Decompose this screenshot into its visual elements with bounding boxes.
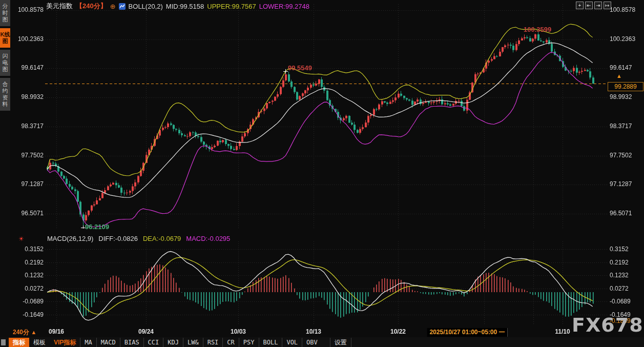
macd-axis-label: 0.2192	[9, 259, 44, 266]
right-price-axis: 100.8578100.236399.614798.993298.371797.…	[610, 0, 642, 347]
tab-time-share-chart[interactable]: 分时图	[0, 0, 10, 26]
window-control-icons: +⇤⇥↦	[576, 2, 611, 9]
toolbar-button[interactable]: 指标	[9, 338, 29, 347]
annotation-swing-high: 99.5549	[288, 64, 312, 72]
macd-axis-label: 0.2192	[610, 259, 642, 266]
boll-upper-value: UPPER:99.7567	[207, 3, 256, 10]
indicator-toolbar: 指标模板VIP指标MAMACDBIASCCIKDJLW&RSICRPSYBOLL…	[0, 337, 644, 347]
price-axis-label: 100.2363	[610, 35, 642, 43]
macd-axis-label: 0.0272	[610, 285, 642, 292]
x-axis-tick: 11/10	[555, 328, 570, 335]
toolbar-button[interactable]: OBV	[302, 338, 322, 347]
macd-axis-label: -0.0689	[9, 298, 44, 305]
x-axis-tick: 09/16	[49, 328, 64, 335]
price-axis-label: 98.9932	[610, 93, 642, 100]
toolbar-button[interactable]: BOLL	[259, 338, 282, 347]
price-axis-label: 100.8578	[9, 6, 44, 13]
macd-axis-label: 0.1232	[9, 272, 44, 279]
x-axis-tick: 10/22	[390, 328, 406, 335]
tab-candlestick-chart[interactable]: K线图	[0, 28, 10, 48]
macd-axis-label: 0.3152	[9, 246, 44, 253]
macd-header: MACD(26,12,9) DIFF:-0.0826 DEA:-0.0679 M…	[47, 235, 230, 242]
price-axis-label: 96.5071	[9, 210, 44, 217]
annotation-low: 96.2109	[85, 223, 109, 231]
price-axis-label: 96.5071	[610, 210, 642, 217]
price-axis-label: 98.3717	[610, 123, 642, 130]
indicator-chart-icon	[119, 3, 126, 10]
macd-diff-value: DIFF:-0.0826	[98, 235, 138, 242]
macd-axis-label: 0.3152	[610, 246, 642, 253]
toolbar-button[interactable]: MACD	[96, 338, 120, 347]
price-axis-label: 98.3717	[9, 123, 44, 130]
price-axis-label: 98.9932	[9, 93, 44, 100]
pan-icon[interactable]: +	[576, 2, 584, 9]
price-axis-label: 97.7502	[9, 152, 44, 159]
price-axis-label: 100.8578	[610, 6, 642, 13]
toolbar-button[interactable]: MA	[80, 338, 96, 347]
toolbar-buttons: 指标模板VIP指标MAMACDBIASCCIKDJLW&RSICRPSYBOLL…	[9, 338, 351, 347]
interval-label: 240分	[13, 329, 29, 336]
toolbar-button[interactable]: VIP指标	[50, 338, 80, 347]
price-up-arrow-icon: ▲	[616, 73, 622, 79]
toolbar-button[interactable]: KDJ	[163, 338, 183, 347]
toolbar-button[interactable]: 模板	[29, 338, 50, 347]
toolbar-button[interactable]: LW&	[183, 338, 203, 347]
chevron-up-icon: ▲	[31, 329, 36, 335]
symbol-name: 美元指数	[46, 2, 73, 11]
price-axis-label: 100.2363	[9, 35, 44, 43]
macd-axis-label: -0.1649	[9, 311, 44, 318]
chart-canvas[interactable]	[0, 0, 644, 347]
tab-flash-chart[interactable]: 闪电图	[0, 50, 10, 76]
boll-mid-value: MID:99.5158	[166, 3, 204, 10]
timeframe-label: 【240分】	[76, 2, 107, 11]
macd-indicator-label: MACD(26,12,9)	[47, 235, 93, 242]
price-axis-label: 97.7502	[610, 152, 642, 159]
price-axis-label: 99.6147	[610, 64, 642, 71]
hovered-bar-time-label: 2025/10/27 01:00~05:00 一	[427, 328, 507, 337]
fit-right-axis-icon[interactable]: ⇥	[594, 2, 602, 9]
price-axis-label: 99.6147	[9, 64, 44, 71]
x-axis-tick: 09/24	[138, 328, 154, 335]
boll-lower-value: LOWER:99.2748	[259, 3, 309, 10]
toolbar-button[interactable]: CCI	[143, 338, 163, 347]
chart-type-rail: 分时图 K线图 闪电图 合约资料	[0, 0, 10, 337]
alert-icon: ☀	[18, 235, 24, 242]
toolbar-button[interactable]: BIAS	[120, 338, 143, 347]
macd-axis-label: 0.0272	[9, 285, 44, 292]
x-axis-tick: 10/03	[231, 328, 246, 335]
toolbar-button[interactable]: PSY	[239, 338, 259, 347]
price-axis-label: 97.1287	[9, 180, 44, 188]
macd-axis-label: 0.1232	[610, 272, 642, 279]
macd-axis-label: -0.0689	[610, 298, 642, 305]
left-price-axis: 100.8578100.236399.614798.993298.371797.…	[9, 0, 44, 347]
toolbar-button[interactable]: 设置	[330, 338, 351, 347]
fit-left-axis-icon[interactable]: ⇤	[585, 2, 593, 9]
macd-hist-value: MACD:-0.0295	[186, 235, 230, 242]
toolbar-button[interactable]: RSI	[203, 338, 223, 347]
brand-watermark: FX678	[572, 314, 643, 336]
add-indicator-icon[interactable]: ⊕	[110, 3, 116, 10]
interval-selector[interactable]: 240分 ▲	[13, 328, 36, 337]
toolbar-button[interactable]: CR	[222, 338, 238, 347]
toolbar-button[interactable]: VOL	[282, 338, 302, 347]
time-axis: 09/1609/2410/0310/1310/222025/10/27 01:0…	[0, 328, 644, 337]
annotation-high: 100.3599	[524, 26, 551, 33]
toolbar-collapse-handle[interactable]	[1, 339, 6, 345]
exit-fullscreen-icon[interactable]: ↦	[604, 2, 611, 9]
chart-title: 美元指数 【240分】 ⊕ BOLL(20,2) MID:99.5158 UPP…	[46, 2, 309, 11]
current-price-badge: 99.2889	[608, 82, 643, 91]
x-axis-tick: 10/13	[306, 328, 321, 335]
boll-indicator-label: BOLL(20,2)	[129, 3, 163, 10]
macd-dea-value: DEA:-0.0679	[143, 235, 181, 242]
trading-app-window: 分时图 K线图 闪电图 合约资料 美元指数 【240分】 ⊕ BOLL(20,2…	[0, 0, 644, 347]
tab-contract-info[interactable]: 合约资料	[0, 78, 10, 111]
price-axis-label: 97.1287	[610, 180, 642, 188]
